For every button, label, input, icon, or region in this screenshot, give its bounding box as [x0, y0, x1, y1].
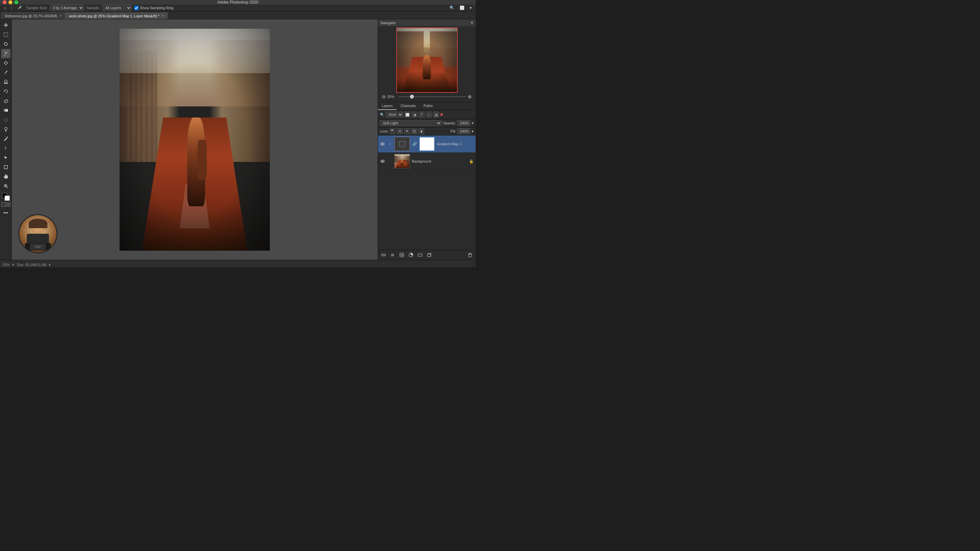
- gradient-tool[interactable]: [1, 106, 10, 115]
- status-bar: 25% ▸ Doc: 55,1M/51,0M ▸: [0, 260, 476, 267]
- tab-layers[interactable]: Layers: [378, 102, 396, 110]
- layers-tabs: Layers Channels Paths: [378, 102, 476, 110]
- filter-pixel-btn[interactable]: ⬜: [404, 112, 410, 118]
- content-wrapper: Reference.jpg @ 23,7% (RGB/8) ✕ work pho…: [0, 11, 476, 267]
- sample-size-select[interactable]: 3 by 3 Average: [50, 5, 84, 11]
- canvas-area[interactable]: [12, 19, 378, 260]
- lock-position-btn[interactable]: [404, 128, 410, 134]
- search-button[interactable]: 🔍: [448, 5, 456, 11]
- blend-mode-bar: Soft Light Opacity: ▾: [378, 119, 476, 127]
- svg-rect-9: [4, 109, 8, 112]
- layer-background-visibility[interactable]: [380, 159, 385, 164]
- svg-rect-32: [469, 254, 471, 257]
- shape-tool[interactable]: [1, 162, 10, 172]
- svg-rect-20: [393, 130, 394, 131]
- eyedropper-tool-btn[interactable]: [16, 5, 24, 11]
- move-tool[interactable]: [1, 21, 10, 30]
- minimize-button[interactable]: [8, 0, 13, 4]
- fill-input[interactable]: [457, 128, 470, 134]
- new-adjustment-btn[interactable]: [407, 251, 415, 259]
- tab-channels[interactable]: Channels: [396, 102, 420, 110]
- screen-mode-button[interactable]: ⬜: [458, 5, 466, 11]
- filter-kind-select[interactable]: Kind: [386, 112, 403, 118]
- layer-gradient-map-chain-icon[interactable]: 🔗: [412, 141, 417, 146]
- navigator-header[interactable]: Navigator ▾: [378, 19, 476, 26]
- healing-brush-tool[interactable]: [1, 59, 10, 68]
- path-selection-tool[interactable]: [1, 153, 10, 162]
- stamp-tool[interactable]: [1, 77, 10, 86]
- svg-rect-1: [4, 55, 5, 56]
- tab-reference-close[interactable]: ✕: [59, 14, 62, 17]
- filter-smart-btn[interactable]: ▥: [433, 112, 439, 118]
- svg-rect-8: [4, 100, 8, 103]
- delete-layer-btn[interactable]: [466, 251, 474, 259]
- filter-text-btn[interactable]: T: [419, 112, 425, 118]
- filter-shape-btn[interactable]: □: [426, 112, 432, 118]
- tab-work-photo-close[interactable]: ✕: [161, 14, 164, 17]
- tab-paths[interactable]: Paths: [420, 102, 437, 110]
- link-layers-btn[interactable]: [380, 251, 387, 259]
- zoom-out-button[interactable]: ⊖: [382, 94, 386, 99]
- eraser-tool[interactable]: [1, 96, 10, 105]
- fill-area: Fill: ▾: [450, 128, 474, 134]
- tab-work-photo[interactable]: work photo.jpg @ 25% (Gradient Map 1, La…: [65, 13, 167, 19]
- background-color[interactable]: [5, 195, 10, 201]
- photo-canvas: [119, 29, 270, 251]
- show-sampling-ring-checkbox[interactable]: [134, 6, 138, 10]
- quick-mask-btn[interactable]: ○: [6, 202, 10, 206]
- normal-mode-btn[interactable]: [1, 202, 6, 206]
- layer-gradient-map-link[interactable]: [387, 141, 392, 146]
- svg-rect-25: [399, 141, 405, 146]
- close-button[interactable]: [3, 0, 6, 4]
- filter-adjust-btn[interactable]: ◑: [412, 112, 417, 118]
- blend-mode-select[interactable]: Soft Light: [380, 120, 442, 126]
- zoom-tool[interactable]: [1, 181, 10, 191]
- tab-reference[interactable]: Reference.jpg @ 23,7% (RGB/8) ✕: [1, 13, 65, 19]
- show-sampling-ring-label[interactable]: Show Sampling Ring: [134, 6, 173, 10]
- zoom-in-button[interactable]: ⊕: [468, 94, 472, 99]
- sample-label: Sample:: [87, 6, 100, 10]
- sample-select[interactable]: All Layers: [102, 5, 132, 11]
- lock-label: Lock:: [380, 129, 388, 133]
- dodge-tool[interactable]: [1, 125, 10, 134]
- layer-gradient-map[interactable]: 🔗 Gradient Map 1: [378, 135, 476, 153]
- marquee-tool[interactable]: [1, 30, 10, 39]
- opacity-label: Opacity:: [443, 121, 456, 125]
- lock-all-btn[interactable]: [418, 128, 424, 134]
- more-tools[interactable]: •••: [1, 208, 10, 218]
- pen-tool[interactable]: [1, 134, 10, 143]
- layer-fx-btn[interactable]: fx: [389, 251, 396, 259]
- hand-tool[interactable]: [1, 172, 10, 181]
- workspace-button[interactable]: ▾: [468, 5, 473, 11]
- brush-tool[interactable]: [1, 68, 10, 77]
- new-group-btn[interactable]: [417, 251, 424, 259]
- svg-point-29: [401, 254, 403, 256]
- lock-transparent-btn[interactable]: [390, 128, 396, 134]
- maximize-button[interactable]: [14, 0, 18, 4]
- navigator-zoom-bar: ⊖ 25% ⊕: [379, 93, 474, 100]
- lock-image-btn[interactable]: [397, 128, 403, 134]
- layer-background[interactable]: Background 🔒: [378, 153, 476, 170]
- fill-chevron-icon: ▾: [472, 129, 474, 133]
- new-layer-btn[interactable]: [426, 251, 433, 259]
- text-tool[interactable]: T: [1, 144, 10, 153]
- color-swatches[interactable]: [1, 192, 10, 202]
- home-button[interactable]: ⌂: [3, 5, 8, 11]
- layer-gradient-map-visibility[interactable]: [380, 141, 385, 146]
- svg-point-2: [5, 62, 7, 64]
- history-brush-tool[interactable]: [1, 87, 10, 96]
- filter-search-icon: 🔍: [380, 113, 385, 117]
- lasso-tool[interactable]: [1, 40, 10, 49]
- status-zoom-area: ▸: [13, 262, 14, 267]
- lock-bar: Lock:: [378, 127, 476, 135]
- layer-background-lock-icon: 🔒: [469, 159, 474, 164]
- status-triangle-icon: ▸: [13, 262, 14, 267]
- zoom-slider-thumb[interactable]: [410, 95, 414, 98]
- lock-artboard-btn[interactable]: [411, 128, 417, 134]
- title-bar: Adobe Photoshop 2020: [0, 0, 476, 5]
- right-panel: Navigator ▾: [378, 19, 476, 260]
- eyedropper-tool[interactable]: [1, 49, 10, 58]
- opacity-input[interactable]: [457, 120, 470, 126]
- blur-tool[interactable]: [1, 115, 10, 124]
- add-mask-btn[interactable]: [398, 251, 406, 259]
